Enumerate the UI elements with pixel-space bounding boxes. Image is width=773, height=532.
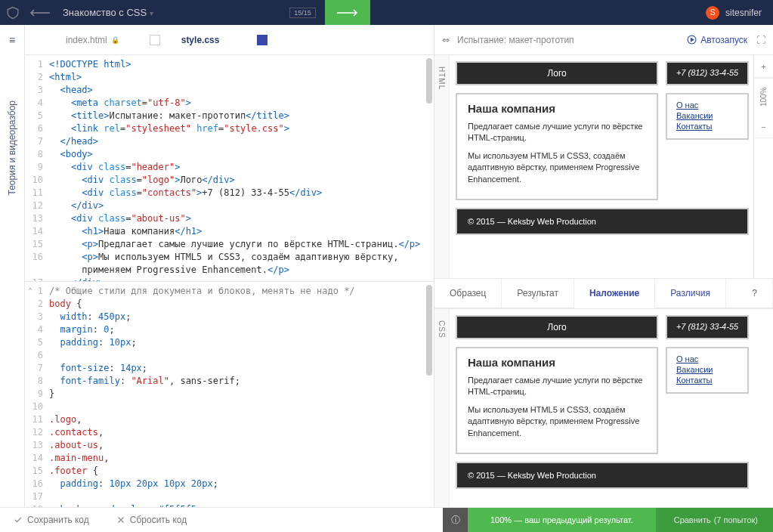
tab-sample[interactable]: Образец — [434, 279, 502, 308]
next-button[interactable] — [325, 0, 370, 25]
editor-column: index.html🔒 style.css 123456789101112131… — [25, 25, 434, 507]
zoom-in-button[interactable]: + — [754, 55, 773, 78]
collapse-icon[interactable]: ⌃ — [28, 284, 32, 297]
zoom-level: 100% — [754, 78, 773, 116]
split-icon[interactable]: ⇔ — [442, 35, 450, 45]
mockup-preview: Лого +7 (812) 33-4-55 Наша компания Пред… — [456, 61, 749, 235]
mockup-overlay: Лого +7 (812) 33-4-55 Наша компания Пред… — [456, 315, 749, 489]
gutter: 123456789101112131415161718192021 — [25, 282, 49, 508]
avatar: S — [706, 6, 719, 20]
preview-column: ⇔ Испытание: макет-прототип Автозапуск ⛶… — [434, 25, 773, 507]
result-label: 100% — ваш предыдущий результат. — [468, 508, 656, 532]
mk-footer: © 2015 — Keksby Web Production — [456, 462, 749, 489]
mk-about: Наша компания Предлагает самые лучшие ус… — [456, 93, 658, 200]
tab-style-css[interactable]: style.css — [171, 25, 279, 55]
course-title[interactable]: Знакомство с CSS▾ — [55, 7, 161, 18]
preview-header: ⇔ Испытание: макет-прототип Автозапуск ⛶ — [434, 25, 773, 55]
split-icon[interactable] — [257, 35, 267, 45]
split-icon[interactable] — [150, 35, 160, 45]
mk-logo: Лого — [456, 61, 658, 85]
zoom-rail: + 100% − — [753, 55, 773, 278]
autorun-button[interactable]: Автозапуск — [687, 35, 747, 45]
code-content: /* Общие стили для документа и блоков, м… — [49, 282, 434, 508]
preview-title: Испытание: макет-прототип — [457, 35, 687, 45]
mk-logo: Лого — [456, 315, 658, 339]
reset-button[interactable]: Сбросить код — [103, 508, 200, 532]
chevron-down-icon: ▾ — [150, 9, 153, 17]
html-side-label[interactable]: HTML — [434, 55, 450, 278]
footer-bar: Сохранить код Сбросить код ⓘ 100% — ваш … — [0, 507, 773, 532]
preview-overlay-bottom: CSS Лого +7 (812) 33-4-55 Наша компания … — [434, 308, 773, 507]
mk-phone: +7 (812) 33-4-55 — [666, 315, 749, 339]
logo-icon[interactable] — [0, 0, 25, 25]
tab-help[interactable]: ? — [737, 279, 773, 308]
mk-about: Наша компания Предлагает самые лучшие ус… — [456, 347, 658, 454]
preview-result-top: HTML + 100% − Лого +7 (812) 33-4-55 Наша… — [434, 55, 773, 278]
back-button[interactable] — [25, 0, 55, 25]
lock-icon: 🔒 — [111, 36, 119, 44]
progress-badge: 15/15 — [289, 8, 316, 18]
mk-footer: © 2015 — Keksby Web Production — [456, 208, 749, 235]
scrollbar[interactable] — [426, 285, 432, 376]
tab-overlay[interactable]: Наложение — [574, 279, 655, 308]
tab-index-html[interactable]: index.html🔒 — [55, 25, 171, 55]
top-bar: Знакомство с CSS▾ 15/15 S sitesnifer — [0, 0, 773, 25]
menu-icon[interactable]: ≡ — [9, 25, 15, 55]
info-icon[interactable]: ⓘ — [443, 508, 468, 532]
mk-menu: О нас Вакансии Контакты — [666, 347, 749, 394]
preview-tabs: Образец Результат Наложение Различия ? — [434, 278, 773, 308]
zoom-out-button[interactable]: − — [754, 116, 773, 138]
save-button[interactable]: Сохранить код — [0, 508, 103, 532]
gutter: 12345678910111213141516 171819 — [25, 55, 49, 281]
compare-button[interactable]: Сравнить(7 попыток) — [656, 508, 773, 532]
css-editor[interactable]: ⌃ 123456789101112131415161718192021 /* О… — [25, 282, 434, 508]
tab-result[interactable]: Результат — [502, 279, 574, 308]
mk-menu: О нас Вакансии Контакты — [666, 93, 749, 140]
scrollbar[interactable] — [426, 58, 432, 104]
tab-diff[interactable]: Различия — [655, 279, 726, 308]
file-tabs: index.html🔒 style.css — [25, 25, 434, 55]
username: sitesnifer — [725, 8, 762, 18]
left-rail: ≡ Теория и видеоразбор — [0, 25, 25, 507]
html-editor[interactable]: 12345678910111213141516 171819 <!DOCTYPE… — [25, 55, 434, 282]
css-side-label[interactable]: CSS — [434, 309, 450, 507]
code-content: <!DOCTYPE html> <html> <head> <meta char… — [49, 55, 434, 281]
user-menu[interactable]: S sitesnifer — [694, 6, 773, 20]
theory-tab[interactable]: Теория и видеоразбор — [7, 101, 17, 195]
mk-phone: +7 (812) 33-4-55 — [666, 61, 749, 85]
expand-icon[interactable]: ⛶ — [756, 35, 765, 45]
